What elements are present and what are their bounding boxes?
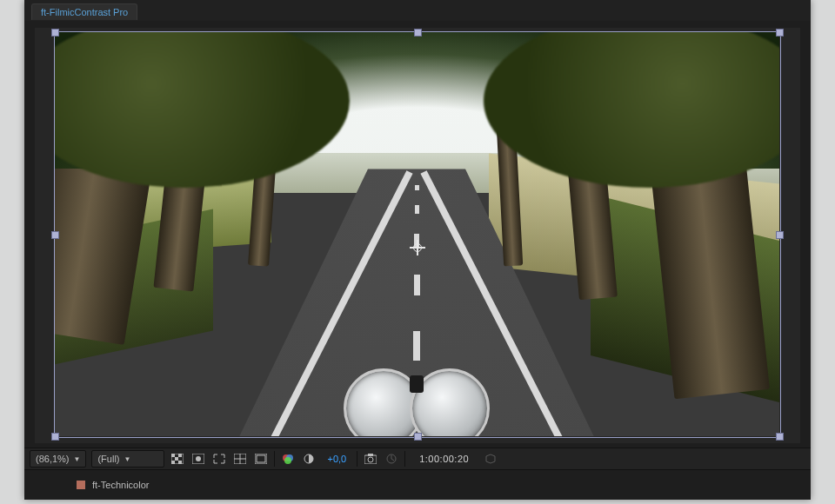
channel-view-icon[interactable]: [253, 452, 269, 466]
svg-point-19: [368, 457, 373, 462]
exposure-reset-icon[interactable]: [301, 452, 317, 466]
separator: [357, 451, 357, 467]
draft-3d-icon[interactable]: [483, 452, 498, 466]
viewer-controls: (86,1%) ▼ (Full) ▼ +0,0: [24, 448, 811, 470]
tab-label: ft-FilmicContrast Pro: [41, 7, 128, 17]
tab-bar: ft-FilmicContrast Pro: [24, 0, 811, 21]
color-management-icon[interactable]: [280, 452, 296, 466]
motorcycle-gauges: [344, 367, 490, 436]
timecode-toggle-icon[interactable]: [384, 452, 399, 466]
mask-toggle-icon[interactable]: [190, 452, 206, 466]
layer-name[interactable]: ft-Technicolor: [92, 480, 149, 490]
anchor-point-icon[interactable]: [410, 240, 425, 255]
zoom-value: (86,1%): [36, 454, 70, 464]
svg-rect-12: [257, 455, 265, 462]
transparency-grid-icon[interactable]: [170, 452, 185, 466]
svg-rect-2: [178, 454, 182, 457]
composition-viewer[interactable]: [35, 28, 800, 443]
zoom-dropdown[interactable]: (86,1%) ▼: [30, 450, 86, 468]
snapshot-icon[interactable]: [363, 452, 378, 466]
svg-rect-18: [368, 454, 373, 456]
grid-guides-icon[interactable]: [232, 452, 248, 466]
region-of-interest-icon[interactable]: [211, 452, 227, 466]
separator: [404, 451, 405, 467]
svg-point-7: [196, 456, 201, 461]
svg-rect-5: [178, 461, 182, 464]
chevron-down-icon: ▼: [124, 455, 131, 463]
exposure-value[interactable]: +0,0: [322, 454, 351, 464]
layer-color-swatch: [77, 481, 85, 489]
app-panel: ft-FilmicContrast Pro: [24, 0, 811, 500]
preview-frame: [54, 31, 779, 436]
svg-rect-4: [171, 461, 175, 464]
svg-rect-1: [171, 454, 175, 457]
tab-composition[interactable]: ft-FilmicContrast Pro: [31, 3, 137, 20]
resolution-dropdown[interactable]: (Full) ▼: [91, 450, 164, 468]
svg-rect-3: [175, 457, 178, 461]
chevron-down-icon: ▼: [74, 455, 81, 463]
panel-footer: ft-Technicolor: [24, 475, 811, 494]
current-timecode[interactable]: 1:00:00:20: [411, 454, 478, 464]
separator: [274, 451, 275, 467]
svg-line-22: [391, 459, 394, 461]
resolution-value: (Full): [97, 454, 119, 464]
svg-point-15: [284, 457, 291, 464]
